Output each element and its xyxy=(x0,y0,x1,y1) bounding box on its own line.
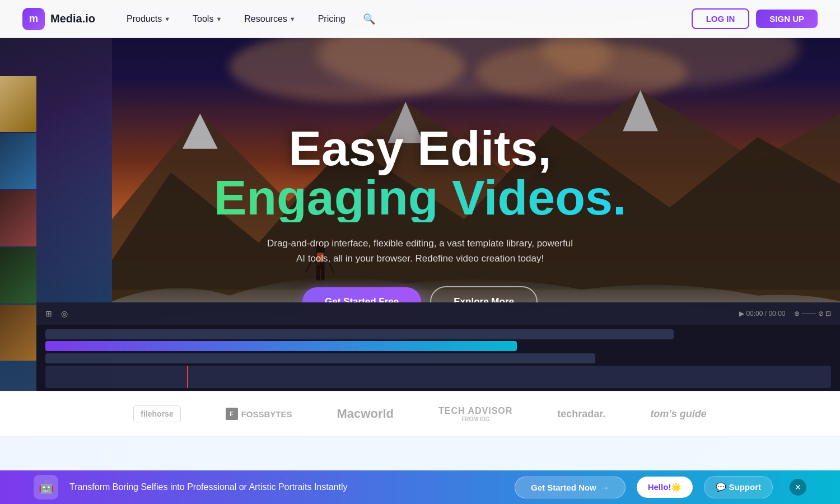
nav-pricing[interactable]: Pricing xyxy=(309,10,354,29)
get-started-now-button[interactable]: Get Started Now → xyxy=(515,477,626,498)
editor-icon-2: ◎ xyxy=(61,309,68,318)
editor-icon-1: ⊞ xyxy=(45,309,52,318)
nav-products[interactable]: Products ▼ xyxy=(118,10,179,29)
logo-fossbytes: F FOSSBYTES xyxy=(226,408,292,420)
chevron-down-icon: ▼ xyxy=(216,16,222,22)
signup-button[interactable]: SIGN UP xyxy=(756,10,818,28)
banner-text: Transform Boring Selfies into Profession… xyxy=(69,482,503,492)
editor-ui: ⊞ ◎ ▶ 00:00 / 00:00 ⊕ ─── ⊘ ⊡ xyxy=(36,302,840,392)
bottom-banner: 🤖 Transform Boring Selfies into Professi… xyxy=(0,470,840,504)
navbar: m Media.io Products ▼ Tools ▼ Resources … xyxy=(0,0,840,38)
nav-resources[interactable]: Resources ▼ xyxy=(235,10,304,29)
hero-section: Easy Edits, Engaging Videos. Drag-and-dr… xyxy=(0,0,840,392)
editor-timeline xyxy=(36,325,840,392)
search-icon[interactable]: 🔍 xyxy=(359,9,379,29)
arrow-right-icon: → xyxy=(601,483,609,492)
nav-actions: LOG IN SIGN UP xyxy=(692,8,818,29)
banner-icon: 🤖 xyxy=(34,475,58,500)
hello-button[interactable]: Hello!🌟 xyxy=(637,477,693,498)
logo-text: Media.io xyxy=(50,12,95,25)
close-button[interactable]: ✕ xyxy=(790,479,806,496)
logo[interactable]: m Media.io xyxy=(22,8,95,30)
logo-macworld: Macworld xyxy=(337,407,394,421)
nav-tools[interactable]: Tools ▼ xyxy=(184,10,231,29)
editor-toolbar: ⊞ ◎ ▶ 00:00 / 00:00 ⊕ ─── ⊘ ⊡ xyxy=(36,302,840,325)
nav-links: Products ▼ Tools ▼ Resources ▼ Pricing 🔍 xyxy=(118,9,692,29)
logo-filehorse: filehorse xyxy=(133,405,180,422)
logo-tech-advisor: TECH ADVISOR FROM IDG xyxy=(438,406,512,422)
hero-subtitle: Drag-and-drop interface, flexible editin… xyxy=(263,236,577,266)
blue-section xyxy=(0,437,840,470)
chevron-down-icon: ▼ xyxy=(290,16,296,22)
support-button[interactable]: 💬 Support xyxy=(704,476,773,498)
chevron-down-icon: ▼ xyxy=(164,16,170,22)
hero-title-line2: Engaging Videos. xyxy=(214,173,627,222)
logos-section: filehorse F FOSSBYTES Macworld TECH ADVI… xyxy=(0,391,840,437)
login-button[interactable]: LOG IN xyxy=(692,8,750,29)
timecode: ▶ 00:00 / 00:00 xyxy=(739,310,785,318)
logo-icon: m xyxy=(22,8,45,30)
fossbytes-icon: F xyxy=(226,408,238,420)
hero-title-line1: Easy Edits, xyxy=(288,124,552,173)
logo-toms-guide: tom's guide xyxy=(650,408,706,420)
editor-controls: ⊕ ─── ⊘ ⊡ xyxy=(794,310,831,318)
logo-techradar: techradar. xyxy=(557,408,605,420)
